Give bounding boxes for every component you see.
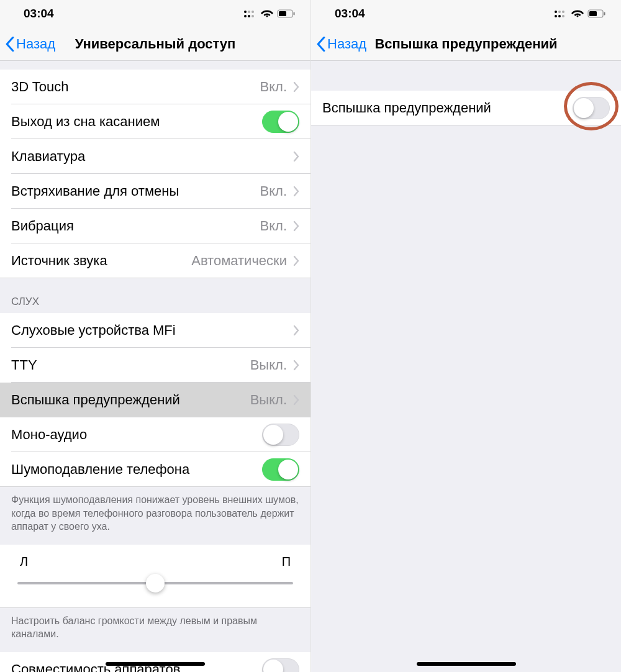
row-label: Моно-аудио bbox=[11, 427, 87, 443]
footer-noise: Функция шумоподавления понижает уровень … bbox=[0, 487, 310, 545]
chevron-right-icon bbox=[293, 394, 299, 406]
svg-point-6 bbox=[252, 15, 254, 17]
row-label: Слуховые устройства MFi bbox=[11, 322, 176, 338]
svg-point-18 bbox=[562, 11, 564, 13]
screenshot-accessibility: 03:04 Назад Универсальный доступ 3D Touc… bbox=[0, 0, 310, 672]
slider-left-label: Л bbox=[20, 555, 28, 569]
row-вспышка-предупреждений[interactable]: Вспышка предупрежденийВыкл. bbox=[0, 383, 310, 417]
signal-icon bbox=[554, 9, 568, 18]
chevron-left-icon bbox=[316, 37, 326, 52]
row-выход-из-сна-касанием[interactable]: Выход из сна касанием bbox=[0, 104, 310, 139]
row-label: Источник звука bbox=[11, 253, 107, 269]
back-button[interactable]: Назад bbox=[0, 36, 55, 52]
row-label: Шумоподавление телефона bbox=[11, 461, 189, 478]
screenshot-flash-alerts: 03:04 Назад Вспышка предупреждений Вспыш… bbox=[310, 0, 621, 672]
wifi-icon bbox=[261, 9, 273, 18]
svg-point-7 bbox=[244, 11, 247, 13]
row-шумоподавление-телефона[interactable]: Шумоподавление телефона bbox=[0, 452, 310, 487]
svg-point-8 bbox=[248, 11, 250, 13]
row-моно-аудио[interactable]: Моно-аудио bbox=[0, 417, 310, 452]
svg-point-13 bbox=[555, 15, 557, 17]
svg-rect-11 bbox=[279, 11, 286, 16]
wifi-icon bbox=[571, 9, 584, 18]
back-button[interactable]: Назад bbox=[311, 36, 366, 52]
svg-point-4 bbox=[244, 15, 247, 17]
row-встряхивание-для-отмены[interactable]: Встряхивание для отменыВкл. bbox=[0, 174, 310, 209]
nav-bar: Назад Универсальный доступ bbox=[0, 27, 310, 61]
chevron-right-icon bbox=[293, 255, 299, 266]
home-indicator bbox=[106, 662, 205, 666]
battery-icon bbox=[587, 9, 606, 18]
chevron-right-icon bbox=[293, 220, 299, 232]
svg-point-5 bbox=[248, 15, 250, 17]
toggle-flash-alerts[interactable] bbox=[573, 97, 610, 119]
svg-rect-20 bbox=[589, 11, 597, 16]
row-слуховые-устройства-mfi[interactable]: Слуховые устройства MFi bbox=[0, 313, 310, 348]
status-bar: 03:04 bbox=[0, 0, 310, 27]
svg-point-14 bbox=[558, 15, 561, 17]
row-tty[interactable]: TTYВыкл. bbox=[0, 348, 310, 383]
battery-icon bbox=[277, 9, 296, 18]
row-value: Выкл. bbox=[250, 392, 287, 408]
nav-bar: Назад Вспышка предупреждений bbox=[311, 27, 621, 61]
toggle[interactable] bbox=[262, 424, 299, 446]
toggle[interactable] bbox=[262, 111, 299, 133]
balance-slider[interactable] bbox=[17, 574, 293, 593]
row-value: Вкл. bbox=[260, 218, 288, 234]
row-label: 3D Touch bbox=[11, 79, 69, 95]
row-value: Выкл. bbox=[250, 357, 287, 373]
svg-point-17 bbox=[558, 11, 561, 13]
status-time: 03:04 bbox=[24, 7, 54, 20]
status-bar: 03:04 bbox=[311, 0, 621, 27]
svg-rect-21 bbox=[604, 12, 605, 16]
chevron-left-icon bbox=[5, 37, 15, 52]
row-value: Автоматически bbox=[191, 253, 287, 269]
slider-thumb[interactable] bbox=[146, 574, 165, 593]
row-label: Вибрация bbox=[11, 218, 74, 234]
chevron-right-icon bbox=[293, 186, 299, 197]
signal-icon bbox=[243, 9, 257, 18]
home-indicator bbox=[417, 662, 516, 666]
slider-right-label: П bbox=[282, 555, 291, 569]
status-time: 03:04 bbox=[335, 7, 365, 20]
svg-point-16 bbox=[555, 11, 557, 13]
svg-rect-12 bbox=[294, 12, 295, 16]
row-label: Встряхивание для отмены bbox=[11, 183, 179, 199]
svg-point-15 bbox=[562, 15, 564, 17]
chevron-right-icon bbox=[293, 325, 299, 336]
status-icons bbox=[554, 9, 606, 18]
back-label: Назад bbox=[327, 36, 366, 52]
row-label: Вспышка предупреждений bbox=[11, 392, 180, 408]
chevron-right-icon bbox=[293, 151, 299, 162]
row-label: TTY bbox=[11, 357, 37, 373]
row-label: Клавиатура bbox=[11, 148, 85, 165]
toggle[interactable] bbox=[262, 658, 299, 672]
row-value: Вкл. bbox=[260, 183, 288, 199]
row-label: Выход из сна касанием bbox=[11, 114, 160, 130]
row-value: Вкл. bbox=[260, 79, 288, 95]
section-header-hearing: слух bbox=[0, 278, 310, 313]
chevron-right-icon bbox=[293, 81, 299, 93]
toggle[interactable] bbox=[262, 458, 299, 481]
back-label: Назад bbox=[16, 36, 55, 52]
row-клавиатура[interactable]: Клавиатура bbox=[0, 139, 310, 174]
balance-slider-row: Л П bbox=[0, 545, 310, 608]
footer-balance: Настроить баланс громкости между левым и… bbox=[0, 608, 310, 652]
row-label: Вспышка предупреждений bbox=[322, 100, 491, 116]
status-icons bbox=[243, 9, 296, 18]
row-источник-звука[interactable]: Источник звукаАвтоматически bbox=[0, 243, 310, 278]
svg-point-9 bbox=[252, 11, 254, 13]
row-3d-touch[interactable]: 3D TouchВкл. bbox=[0, 70, 310, 104]
row-flash-alerts[interactable]: Вспышка предупреждений bbox=[311, 91, 621, 125]
row-вибрация[interactable]: ВибрацияВкл. bbox=[0, 209, 310, 243]
chevron-right-icon bbox=[293, 360, 299, 371]
